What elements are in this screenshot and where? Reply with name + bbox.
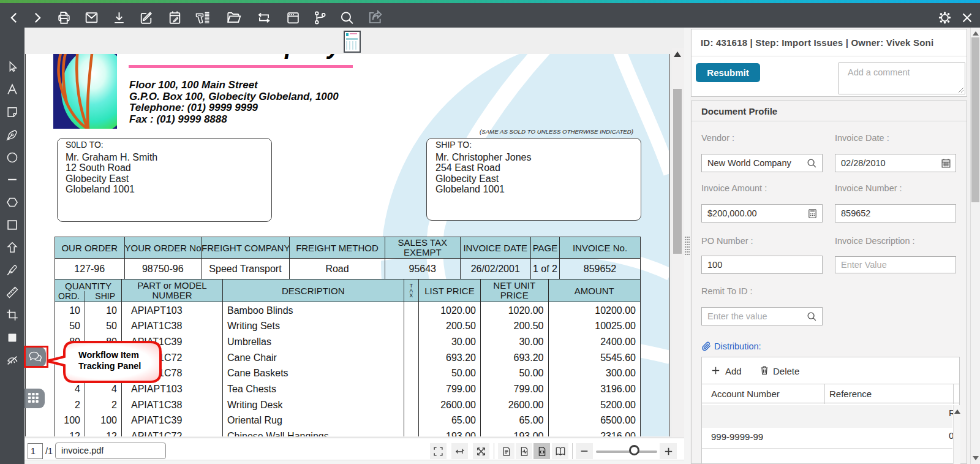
svg-text:Workflow Item: Workflow Item: [78, 350, 139, 360]
svg-text:Tracking Panel: Tracking Panel: [78, 361, 141, 371]
